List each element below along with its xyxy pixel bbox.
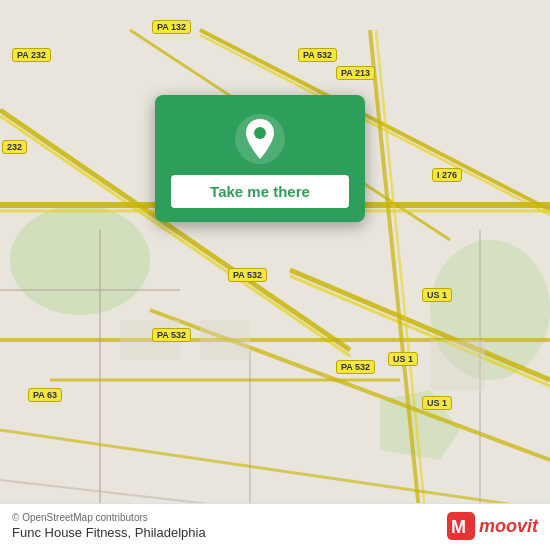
road-badge-pa132: PA 132 (152, 20, 191, 34)
road-badge-i276: I 276 (432, 168, 462, 182)
road-badge-pa63: PA 63 (28, 388, 62, 402)
road-badge-pa532-lower: PA 532 (152, 328, 191, 342)
road-badge-pa232: PA 232 (12, 48, 51, 62)
svg-line-16 (0, 430, 550, 510)
road-badge-pa532-mid: PA 532 (228, 268, 267, 282)
moovit-brand-icon: M (447, 512, 475, 540)
map-roads (0, 0, 550, 550)
road-badge-us1-top: US 1 (422, 288, 452, 302)
svg-rect-25 (430, 340, 485, 390)
road-badge-232: 232 (2, 140, 27, 154)
road-badge-pa532-right: PA 532 (336, 360, 375, 374)
road-badge-us1-mid: US 1 (388, 352, 418, 366)
location-card: Take me there (155, 95, 365, 222)
svg-point-27 (254, 127, 266, 139)
svg-text:M: M (451, 517, 466, 537)
road-badge-pa213: PA 213 (336, 66, 375, 80)
svg-rect-24 (200, 320, 250, 360)
map-container: PA 132 PA 232 PA 532 PA 213 232 I 276 PA… (0, 0, 550, 550)
location-pin-icon (234, 113, 286, 165)
moovit-logo: M moovit (447, 512, 538, 540)
road-badge-us1-bot: US 1 (422, 396, 452, 410)
take-me-there-button[interactable]: Take me there (171, 175, 349, 208)
svg-point-0 (10, 205, 150, 315)
road-badge-pa532-top: PA 532 (298, 48, 337, 62)
moovit-text: moovit (479, 516, 538, 537)
